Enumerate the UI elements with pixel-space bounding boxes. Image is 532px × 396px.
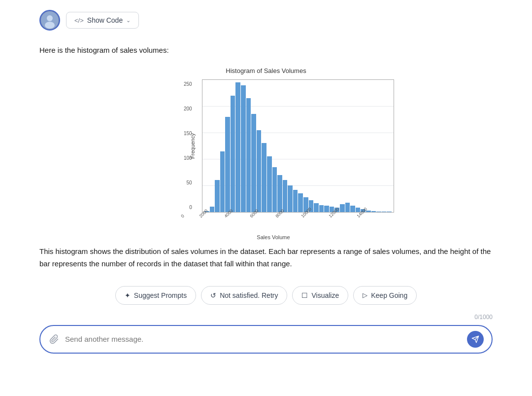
bar [210, 207, 215, 212]
bar [314, 203, 319, 212]
suggest-prompts-button[interactable]: ✦ Suggest Prompts [115, 286, 196, 305]
bar [241, 85, 246, 212]
action-buttons: ✦ Suggest Prompts ↺ Not satisfied. Retry… [39, 286, 493, 305]
bar [277, 175, 282, 212]
bar [283, 180, 288, 212]
retry-label: Not satisfied. Retry [220, 291, 278, 299]
bar [382, 212, 387, 212]
bar [319, 205, 324, 212]
description-text: This histogram shows the distribution of… [39, 246, 493, 270]
retry-button[interactable]: ↺ Not satisfied. Retry [201, 286, 287, 305]
bar [257, 130, 262, 212]
char-count: 0/1000 [39, 313, 493, 322]
retry-icon: ↺ [210, 291, 216, 299]
bar [235, 82, 240, 212]
keep-going-label: Keep Going [371, 291, 407, 299]
bar [225, 117, 230, 212]
show-code-label: Show Code [87, 16, 123, 24]
x-axis-label: Sales Volume [177, 233, 369, 242]
visualize-label: Visualize [311, 291, 339, 299]
visualize-icon: ☐ [301, 291, 308, 299]
keep-going-button[interactable]: ▷ Keep Going [353, 286, 417, 305]
bar [387, 212, 392, 212]
y-tick: 0 [184, 205, 192, 210]
visualize-button[interactable]: ☐ Visualize [292, 286, 348, 305]
bar [251, 114, 256, 212]
x-tick: 0 [179, 213, 186, 219]
play-icon: ▷ [363, 291, 367, 299]
bar [288, 185, 293, 212]
send-icon [471, 335, 479, 343]
svg-point-1 [47, 15, 53, 21]
bar [345, 203, 350, 212]
chart-container: Histogram of Sales Volumes Frequency 250… [39, 66, 493, 234]
input-row [39, 325, 493, 354]
chart-title: Histogram of Sales Volumes [153, 66, 379, 76]
intro-text: Here is the histogram of sales volumes: [39, 44, 493, 56]
y-tick: 200 [184, 107, 192, 111]
suggest-prompts-label: Suggest Prompts [134, 291, 187, 299]
y-tick: 150 [184, 131, 192, 136]
bar [371, 211, 376, 212]
y-tick: 100 [184, 156, 192, 161]
bar [324, 206, 329, 212]
send-button[interactable] [467, 331, 484, 348]
bar [298, 193, 303, 212]
bar [246, 98, 251, 212]
chevron-down-icon: ⌄ [126, 17, 131, 24]
suggest-prompts-icon: ✦ [125, 291, 131, 299]
bar [376, 212, 381, 212]
bar [262, 143, 266, 212]
chart-wrapper: Histogram of Sales Volumes Frequency 250… [153, 66, 379, 234]
header-row: </> Show Code ⌄ [39, 10, 493, 31]
bar [350, 206, 355, 212]
bar [215, 180, 220, 212]
bar [267, 156, 272, 212]
code-icon: </> [74, 17, 84, 24]
bars-area [202, 80, 394, 212]
bar [220, 151, 225, 212]
attachment-icon [48, 333, 60, 345]
message-input[interactable] [65, 335, 467, 343]
bar [231, 96, 235, 212]
show-code-button[interactable]: </> Show Code ⌄ [66, 12, 139, 29]
y-tick: 250 [184, 82, 192, 87]
chart-area: Frequency 250 200 150 100 50 0 [202, 79, 394, 213]
page-wrapper: </> Show Code ⌄ Here is the histogram of… [0, 0, 532, 396]
bar [293, 190, 298, 212]
svg-point-2 [45, 22, 55, 29]
bar [272, 167, 277, 212]
avatar [39, 10, 60, 31]
y-tick: 50 [184, 180, 192, 185]
